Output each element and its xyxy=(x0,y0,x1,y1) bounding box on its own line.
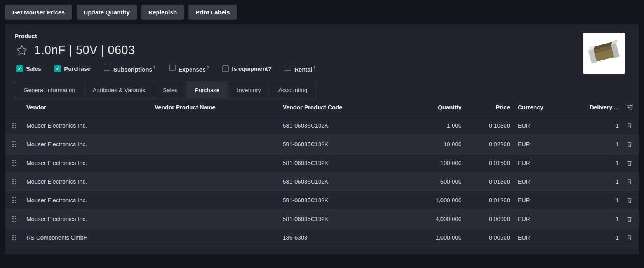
product-image[interactable] xyxy=(583,33,625,74)
table-row[interactable]: Mouser Electronics Inc. 581-06035C102K 5… xyxy=(5,172,639,191)
delivery-cell[interactable]: 1 xyxy=(551,197,623,203)
rental-checkbox[interactable]: Rental? xyxy=(285,64,316,73)
product-title[interactable]: 1.0nF | 50V | 0603 xyxy=(34,43,135,57)
delete-row-icon[interactable] xyxy=(623,235,639,241)
get-mouser-prices-button[interactable]: Get Mouser Prices xyxy=(5,5,72,20)
vendor-cell[interactable]: Mouser Electronics Inc. xyxy=(23,197,151,203)
delete-row-icon[interactable] xyxy=(623,141,639,147)
delivery-cell[interactable]: 1 xyxy=(551,141,623,147)
vendor-product-code-column-header[interactable]: Vendor Product Code xyxy=(279,104,395,110)
currency-cell[interactable]: EUR xyxy=(514,234,551,241)
help-question-icon: ? xyxy=(313,65,316,70)
currency-cell[interactable]: EUR xyxy=(514,141,551,147)
drag-handle-icon[interactable] xyxy=(5,178,23,185)
vendor-product-code-cell[interactable]: 135-6303 xyxy=(279,234,395,241)
sales-checkbox-box[interactable] xyxy=(16,65,23,72)
expenses-checkbox-box[interactable] xyxy=(169,65,176,71)
price-cell[interactable]: 0.10300 xyxy=(465,122,514,129)
table-row[interactable]: RS Components GmbH 135-6303 1,000.000 0.… xyxy=(5,228,639,247)
table-row[interactable]: Mouser Electronics Inc. 581-06035C102K 1… xyxy=(5,116,639,135)
price-cell[interactable]: 0.01200 xyxy=(465,197,514,203)
price-cell[interactable]: 0.01300 xyxy=(465,178,514,185)
currency-cell[interactable]: EUR xyxy=(514,215,551,222)
print-labels-button[interactable]: Print Labels xyxy=(188,5,237,20)
table-row[interactable]: Mouser Electronics Inc. 581-06035C102K 1… xyxy=(5,191,639,210)
vendor-column-header[interactable]: Vendor xyxy=(23,104,151,110)
tab-purchase[interactable]: Purchase xyxy=(186,82,228,98)
tab-general-information[interactable]: General Information xyxy=(15,82,84,98)
tab-accounting[interactable]: Accounting xyxy=(270,82,316,98)
vendor-product-code-cell[interactable]: 581-06035C102K xyxy=(279,159,395,166)
is-equipment-checkbox-box[interactable] xyxy=(222,65,229,72)
price-cell[interactable]: 0.00900 xyxy=(465,234,514,241)
drag-handle-icon[interactable] xyxy=(5,159,23,166)
optional-columns-icon[interactable] xyxy=(623,104,639,110)
price-cell[interactable]: 0.02200 xyxy=(465,141,514,147)
price-cell[interactable]: 0.01500 xyxy=(465,159,514,166)
delete-row-icon[interactable] xyxy=(623,216,639,222)
tab-attributes-variants[interactable]: Attributes & Variants xyxy=(84,82,155,98)
subscriptions-checkbox[interactable]: Subscriptions? xyxy=(104,64,156,73)
quantity-cell[interactable]: 10.000 xyxy=(395,141,465,147)
delivery-cell[interactable]: 1 xyxy=(551,178,623,185)
drag-handle-icon[interactable] xyxy=(5,122,23,129)
delivery-cell[interactable]: 1 xyxy=(551,215,623,222)
is-equipment-checkbox[interactable]: Is equipment? xyxy=(222,65,272,72)
tab-inventory[interactable]: Inventory xyxy=(228,82,270,98)
delivery-column-header[interactable]: Delivery ... xyxy=(551,104,623,110)
table-row[interactable]: Mouser Electronics Inc. 581-06035C102K 1… xyxy=(5,154,639,172)
currency-cell[interactable]: EUR xyxy=(514,197,551,203)
quantity-cell[interactable]: 100.000 xyxy=(395,159,465,166)
table-row[interactable]: Mouser Electronics Inc. 581-06035C102K 1… xyxy=(5,135,639,154)
delete-row-icon[interactable] xyxy=(623,123,639,129)
vendor-cell[interactable]: Mouser Electronics Inc. xyxy=(23,159,151,166)
quantity-cell[interactable]: 4,000.000 xyxy=(395,215,465,222)
vendor-product-code-cell[interactable]: 581-06035C102K xyxy=(279,178,395,185)
price-cell[interactable]: 0.00900 xyxy=(465,215,514,222)
vendor-cell[interactable]: Mouser Electronics Inc. xyxy=(23,215,151,222)
currency-cell[interactable]: EUR xyxy=(514,122,551,129)
purchase-checkbox[interactable]: Purchase xyxy=(54,65,91,72)
tab-sales[interactable]: Sales xyxy=(154,82,186,98)
quantity-cell[interactable]: 1.000 xyxy=(395,122,465,129)
vendor-table-header: Vendor Vendor Product Name Vendor Produc… xyxy=(5,98,639,116)
purchase-checkbox-box[interactable] xyxy=(54,65,61,72)
delivery-cell[interactable]: 1 xyxy=(551,122,623,129)
expenses-checkbox[interactable]: Expenses? xyxy=(169,64,209,73)
vendor-product-code-cell[interactable]: 581-06035C102K xyxy=(279,122,395,129)
sales-checkbox-label: Sales xyxy=(26,65,41,72)
drag-handle-icon[interactable] xyxy=(5,197,23,203)
vendor-product-code-cell[interactable]: 581-06035C102K xyxy=(279,197,395,203)
currency-cell[interactable]: EUR xyxy=(514,178,551,185)
drag-handle-icon[interactable] xyxy=(5,141,23,147)
quantity-cell[interactable]: 1,000.000 xyxy=(395,197,465,203)
vendor-cell[interactable]: Mouser Electronics Inc. xyxy=(23,122,151,129)
rental-checkbox-box[interactable] xyxy=(285,65,291,71)
sales-checkbox[interactable]: Sales xyxy=(16,65,41,72)
currency-cell[interactable]: EUR xyxy=(514,159,551,166)
replenish-button[interactable]: Replenish xyxy=(141,5,184,20)
subscriptions-checkbox-box[interactable] xyxy=(104,65,110,71)
update-quantity-button[interactable]: Update Quantity xyxy=(77,5,137,20)
delete-row-icon[interactable] xyxy=(623,160,639,166)
vendor-cell[interactable]: RS Components GmbH xyxy=(23,234,151,241)
delete-row-icon[interactable] xyxy=(623,179,639,185)
vendor-product-name-column-header[interactable]: Vendor Product Name xyxy=(151,104,279,110)
vendor-cell[interactable]: Mouser Electronics Inc. xyxy=(23,178,151,185)
quantity-cell[interactable]: 1,000.000 xyxy=(395,234,465,241)
delivery-cell[interactable]: 1 xyxy=(551,234,623,241)
delete-row-icon[interactable] xyxy=(623,197,639,203)
favorite-star-icon[interactable] xyxy=(15,43,29,57)
currency-column-header[interactable]: Currency xyxy=(514,104,551,110)
table-row[interactable]: Mouser Electronics Inc. 581-06035C102K 4… xyxy=(5,210,639,228)
vendor-product-code-cell[interactable]: 581-06035C102K xyxy=(279,141,395,147)
quantity-column-header[interactable]: Quantity xyxy=(395,104,465,110)
price-column-header[interactable]: Price xyxy=(465,104,514,110)
vendor-product-code-cell[interactable]: 581-06035C102K xyxy=(279,215,395,222)
delivery-cell[interactable]: 1 xyxy=(551,159,623,166)
quantity-cell[interactable]: 500.000 xyxy=(395,178,465,185)
vendor-cell[interactable]: Mouser Electronics Inc. xyxy=(23,141,151,147)
drag-handle-icon[interactable] xyxy=(5,215,23,222)
drag-handle-icon[interactable] xyxy=(5,234,23,241)
tab-bar: General Information Attributes & Variant… xyxy=(15,82,639,98)
